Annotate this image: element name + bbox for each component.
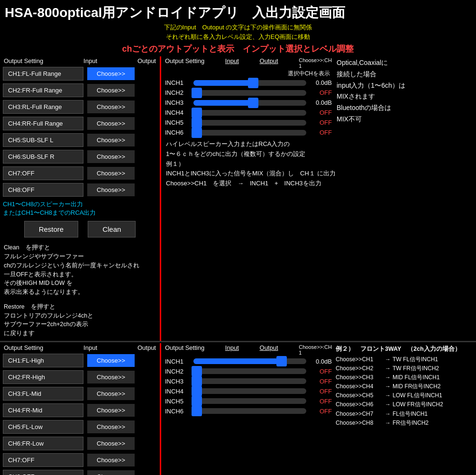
slider-track-0[interactable]	[193, 358, 306, 364]
ch-label-btn-2[interactable]: CH3:RL-Full Range	[3, 100, 83, 114]
channel-row-7: CH8:OFFChoose>>	[0, 468, 160, 475]
ex2-desc-1: TW FR信号INCH2	[393, 364, 439, 373]
choose-btn-6[interactable]: Choose>>	[87, 167, 135, 180]
choose-btn-1[interactable]: Choose>>	[87, 371, 135, 384]
slider-track-1[interactable]	[193, 90, 306, 96]
ch-label-btn-1[interactable]: CH2:FR-High	[3, 370, 83, 384]
bottom-output-panel: Output Setting Input Output Choose>>:CH …	[163, 343, 334, 429]
slider-thumb-5[interactable]	[192, 128, 202, 138]
slider-val-3: OFF	[310, 109, 332, 116]
choose-btn-2[interactable]: Choose>>	[87, 387, 135, 400]
inch-label-5: INCH6	[165, 129, 190, 136]
choose-btn-4[interactable]: Choose>>	[87, 420, 135, 433]
slider-thumb-3[interactable]	[192, 386, 202, 396]
top-choose-badge: Choose>>:CH 1	[299, 57, 332, 69]
ch-label-btn-4[interactable]: CH5:SUB-SLF L	[3, 133, 83, 147]
choose-btn-2[interactable]: Choose>>	[87, 100, 135, 113]
slider-track-5[interactable]	[193, 408, 306, 414]
choose-btn-4[interactable]: Choose>>	[87, 134, 135, 146]
inch-row-1: INCH2OFF	[163, 366, 334, 376]
inch-label-0: INCH1	[165, 79, 190, 86]
bottom-output-label: Output	[137, 344, 156, 351]
ch-label-btn-7[interactable]: CH8:OFF	[3, 183, 83, 197]
top-output-panel: Output Setting Input Output Choose>>:CH …	[163, 56, 334, 137]
ch-output-note: CH1〜CH8のスピーカー出力またはCH1〜CH8までのRCA出力	[0, 198, 160, 218]
channel-row-5: CH6:SUB-SLF RChoose>>	[0, 148, 160, 165]
ch-label-btn-5[interactable]: CH6:SUB-SLF R	[3, 150, 83, 164]
choose-btn-7[interactable]: Choose>>	[87, 183, 135, 196]
ch-label-btn-1[interactable]: CH2:FR-Full Range	[3, 83, 83, 97]
choose-btn-0[interactable]: Choose>>	[87, 354, 135, 367]
inch-label-2: INCH3	[165, 378, 190, 385]
slider-thumb-5[interactable]	[192, 406, 202, 416]
inch-label-3: INCH4	[165, 388, 190, 395]
example2-title: 例２） フロント3WAY （2ch入力の場合）	[336, 344, 474, 354]
output-setting-label: Output Setting	[4, 57, 43, 64]
ch-label-btn-7[interactable]: CH8:OFF	[3, 470, 83, 475]
slider-thumb-4[interactable]	[192, 118, 202, 128]
ex2-desc-0: TW FL信号INCH1	[393, 355, 438, 364]
choose-btn-0[interactable]: Choose>>	[87, 67, 135, 80]
ch-label-btn-6[interactable]: CH7:OFF	[3, 166, 83, 180]
slider-track-2[interactable]	[193, 100, 306, 106]
example2-item-0: Choose>>CH1→TW FL信号INCH1	[336, 355, 474, 364]
inch-row-0: INCH10.0dB	[163, 78, 334, 88]
example2-item-5: Choose>>CH6→LOW FR信号INCH2	[336, 400, 474, 409]
ex2-arrow-7: →	[385, 419, 391, 428]
ch-label-btn-2[interactable]: CH3:FL-Mid	[3, 387, 83, 401]
slider-thumb-1[interactable]	[192, 366, 202, 376]
slider-track-3[interactable]	[193, 110, 306, 116]
top-info-panel: Optical,Coaxialに 接続した場合 input入力（1〜6ch）は …	[334, 56, 476, 137]
choose-btn-3[interactable]: Choose>>	[87, 117, 135, 130]
choose-btn-6[interactable]: Choose>>	[87, 454, 135, 466]
clean-button-top[interactable]: Clean	[88, 221, 136, 238]
choose-btn-7[interactable]: Choose>>	[87, 470, 135, 475]
top-left-panel: Output Setting Input Output CH1:FL-Full …	[0, 56, 161, 341]
ex2-ch-2: Choose>>CH3	[336, 373, 383, 382]
slider-thumb-0[interactable]	[276, 356, 287, 366]
slider-track-4[interactable]	[193, 398, 306, 404]
slider-thumb-2[interactable]	[248, 98, 258, 108]
slider-track-1[interactable]	[193, 368, 306, 374]
choose-btn-5[interactable]: Choose>>	[87, 437, 135, 450]
ex2-ch-6: Choose>>CH7	[336, 410, 383, 419]
bottom-input-lbl: Input	[225, 344, 239, 356]
inch-label-5: INCH6	[165, 408, 190, 415]
choose-btn-3[interactable]: Choose>>	[87, 404, 135, 417]
channel-row-5: CH6:FR-LowChoose>>	[0, 435, 160, 452]
output-label: Output	[137, 57, 156, 64]
slider-track-4[interactable]	[193, 120, 306, 126]
ch-label-btn-3[interactable]: CH4:RR-Full Range	[3, 117, 83, 130]
slider-fill-2	[193, 100, 256, 106]
choose-btn-5[interactable]: Choose>>	[87, 150, 135, 163]
inch-row-5: INCH6OFF	[163, 128, 334, 137]
slider-fill-0	[193, 80, 256, 86]
bottom-choose-badge: Choose>>:CH 1	[299, 344, 332, 356]
ch-label-btn-4[interactable]: CH5:FL-Low	[3, 420, 83, 434]
slider-track-0[interactable]	[193, 80, 306, 86]
slider-thumb-1[interactable]	[192, 88, 202, 98]
choose-btn-1[interactable]: Choose>>	[87, 84, 135, 97]
ch-label-btn-0[interactable]: CH1:FL-High	[3, 354, 83, 367]
example2-item-4: Choose>>CH5→LOW FL信号INCH1	[336, 391, 474, 400]
slider-thumb-2[interactable]	[192, 376, 202, 386]
slider-thumb-3[interactable]	[192, 108, 202, 118]
slider-thumb-4[interactable]	[192, 396, 202, 406]
channel-row-1: CH2:FR-HighChoose>>	[0, 369, 160, 385]
slider-thumb-0[interactable]	[248, 78, 258, 88]
slider-track-3[interactable]	[193, 388, 306, 394]
ch-label-btn-5[interactable]: CH6:FR-Low	[3, 437, 83, 450]
ch-label-btn-3[interactable]: CH4:FR-Mid	[3, 403, 83, 417]
slider-track-5[interactable]	[193, 130, 306, 136]
ch-label-btn-0[interactable]: CH1:FL-Full Range	[3, 67, 83, 81]
inch-row-5: INCH6OFF	[163, 406, 334, 416]
top-output-label2: Output	[260, 57, 278, 69]
ch-label-btn-6[interactable]: CH7:OFF	[3, 453, 83, 467]
bottom-info-panel: 例２） フロント3WAY （2ch入力の場合） Choose>>CH1→TW F…	[334, 343, 476, 429]
slider-track-2[interactable]	[193, 378, 306, 384]
inch-row-3: INCH4OFF	[163, 386, 334, 396]
example2-item-3: Choose>>CH4→MID FR信号INCH2	[336, 382, 474, 391]
restore-button-top[interactable]: Restore	[24, 221, 79, 238]
restore-explanation: Restore を押すと フロントリアのフルレンジ4chと サブウーファー2ch…	[0, 300, 160, 341]
app-title: HSA-800optical用アンドロイドアプリ 入出力設定画面	[0, 0, 476, 23]
